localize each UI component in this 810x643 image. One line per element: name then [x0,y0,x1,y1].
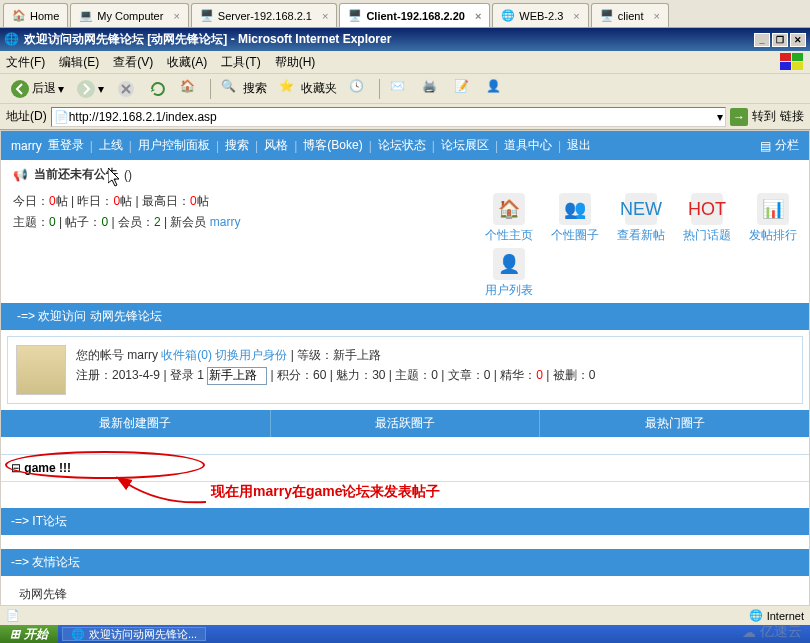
menu-tools[interactable]: 工具(T) [221,54,260,71]
members-val: 2 [154,215,161,229]
menu-view[interactable]: 查看(V) [113,54,153,71]
account-label: 您的帐号 marry [76,348,158,362]
essence-label: 精华： [500,368,536,382]
stop-icon [116,79,136,99]
icon-link-ranking[interactable]: 📊发帖排行 [749,193,797,244]
nav-online[interactable]: 上线 [99,137,123,154]
icon-link-newposts[interactable]: NEW查看新帖 [617,193,665,244]
nav-panel[interactable]: 用户控制面板 [138,137,210,154]
nav-search[interactable]: 搜索 [225,137,249,154]
ie-status-bar: 📄 🌐Internet [0,605,810,625]
stop-button[interactable] [112,77,140,101]
topics-label: 主题： [13,215,49,229]
topics2-label: 主题： [395,368,431,382]
tab-home[interactable]: 🏠Home [3,3,68,27]
icon-link-userlist[interactable]: 👤用户列表 [485,248,533,299]
nav-relogin[interactable]: 重登录 [48,137,84,154]
back-button[interactable]: 后退▾ [6,77,68,101]
tab-mycomputer[interactable]: 💻My Computer× [70,3,188,27]
messenger-icon: 👤 [486,79,506,99]
close-icon[interactable]: × [573,10,579,22]
it-forum-bar[interactable]: -=> IT论坛 [1,508,809,535]
level-input[interactable] [207,367,267,385]
icon-link-home[interactable]: 🏠个性主页 [485,193,533,244]
annotation-text: 现在用marry在game论坛来发表帖子 [211,483,441,501]
tab-web[interactable]: 🌐WEB-2.3× [492,3,588,27]
address-input-wrap: 📄 ▾ [51,107,726,127]
points-label: 积分： [277,368,313,382]
close-button[interactable]: ✕ [790,33,806,47]
nav-boke[interactable]: 博客(Boke) [303,137,362,154]
reg-label: 注册： [76,368,112,382]
members-label: 会员： [118,215,154,229]
forum-row-game[interactable]: ⊟ game !!! 现在用marry在game论坛来发表帖子 [1,455,809,482]
deleted-label: 被删： [553,368,589,382]
refresh-icon [148,79,168,99]
tab-client-active[interactable]: 🖥️Client-192.168.2.20× [339,3,490,27]
go-button[interactable]: → [730,108,748,126]
nav-tools[interactable]: 道具中心 [504,137,552,154]
menu-file[interactable]: 文件(F) [6,54,45,71]
chevron-down-icon[interactable]: ▾ [717,110,723,124]
today-label: 今日： [13,194,49,208]
level-label: 等级： [297,348,333,362]
tab-client2[interactable]: 🖥️client× [591,3,669,27]
menu-edit[interactable]: 编辑(E) [59,54,99,71]
forward-button[interactable]: ▾ [72,77,108,101]
friendship-forum-bar[interactable]: -=> 友情论坛 [1,549,809,576]
star-icon: ⭐ [279,79,299,99]
url-input[interactable] [69,110,717,124]
search-button[interactable]: 🔍搜索 [217,77,271,101]
mail-button[interactable]: ✉️ [386,77,414,101]
print-button[interactable]: 🖨️ [418,77,446,101]
menu-help[interactable]: 帮助(H) [275,54,316,71]
articles-val: 0 [484,368,491,382]
list-icon: 👤 [493,248,525,280]
done-icon: 📄 [6,609,20,622]
back-icon [10,79,30,99]
back-label: 后退 [32,80,56,97]
maximize-button[interactable]: ❐ [772,33,788,47]
nav-user[interactable]: marry [11,139,42,153]
ie-icon: 🌐 [71,628,85,641]
close-icon[interactable]: × [653,10,659,22]
mail-icon: ✉️ [390,79,410,99]
go-label[interactable]: 转到 [752,108,776,125]
icon-link-hot[interactable]: HOT热门话题 [683,193,731,244]
links-label[interactable]: 链接 [780,108,804,125]
messenger-button[interactable]: 👤 [482,77,510,101]
icon-link-circle[interactable]: 👥个性圈子 [551,193,599,244]
game-forum-label[interactable]: game !!! [24,461,71,475]
tab-server[interactable]: 🖥️Server-192.168.2.1× [191,3,338,27]
menu-favorites[interactable]: 收藏(A) [167,54,207,71]
taskbar-item[interactable]: 🌐欢迎访问动网先锋论... [62,627,206,641]
web-icon: 🌐 [501,9,515,23]
articles-label: 文章： [448,368,484,382]
favorites-button[interactable]: ⭐收藏夹 [275,77,341,101]
home-button[interactable]: 🏠 [176,77,204,101]
inbox-link[interactable]: 收件箱(0) [161,348,212,362]
refresh-button[interactable] [144,77,172,101]
edit-button[interactable]: 📝 [450,77,478,101]
nav-status[interactable]: 论坛状态 [378,137,426,154]
friendship-item[interactable]: 动网先锋 [19,587,67,601]
collapse-icon[interactable]: ⊟ [11,461,21,475]
avatar [16,345,66,395]
split-button[interactable]: ▤分栏 [760,137,799,154]
search-label: 搜索 [243,80,267,97]
maxday-label: 最高日： [142,194,190,208]
nav-style[interactable]: 风格 [264,137,288,154]
close-icon[interactable]: × [173,10,179,22]
history-button[interactable]: 🕓 [345,77,373,101]
switch-identity-link[interactable]: 切换用户身份 [215,348,287,362]
circles-columns-header: 最新创建圈子 最活跃圈子 最热门圈子 [1,410,809,437]
topics-val: 0 [49,215,56,229]
close-icon[interactable]: × [475,10,481,22]
close-icon[interactable]: × [322,10,328,22]
start-button[interactable]: ⊞开始 [0,625,58,643]
friendship-label: -=> 友情论坛 [11,554,80,571]
nav-logout[interactable]: 退出 [567,137,591,154]
nav-exhibit[interactable]: 论坛展区 [441,137,489,154]
minimize-button[interactable]: _ [754,33,770,47]
newmember-link[interactable]: marry [210,215,241,229]
